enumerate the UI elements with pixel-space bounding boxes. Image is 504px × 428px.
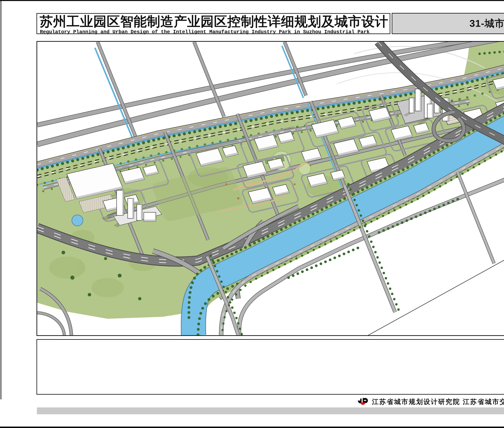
institute-logo: [358, 398, 368, 406]
title-block: 苏州工业园区智能制造产业园区控制性详细规划及城市设计 Regulatory Pl…: [36, 13, 390, 34]
footer-gray-bar: [37, 407, 504, 414]
project-title-english: Regulatory Planning and Urban Design of …: [40, 29, 370, 35]
page-bottom-rule: [0, 427, 504, 428]
project-title-chinese: 苏州工业园区智能制造产业园区控制性详细规划及城市设计: [40, 15, 388, 28]
plan-sheet: 苏州工业园区智能制造产业园区控制性详细规划及城市设计 Regulatory Pl…: [0, 0, 504, 428]
rendering-frame: [36, 41, 504, 336]
plaza-pond: [72, 215, 83, 226]
sheet-number-label: 31-城市设计三维鸟瞰图: [392, 13, 504, 34]
page-left-rule: [0, 1, 1, 399]
notes-panel: [36, 339, 504, 395]
aerial-rendering: [37, 42, 504, 335]
institute-names: 江苏省城市规划设计研究院 江苏省城市交通规划研究中心: [372, 397, 504, 406]
page-top-rule: [0, 0, 504, 1]
